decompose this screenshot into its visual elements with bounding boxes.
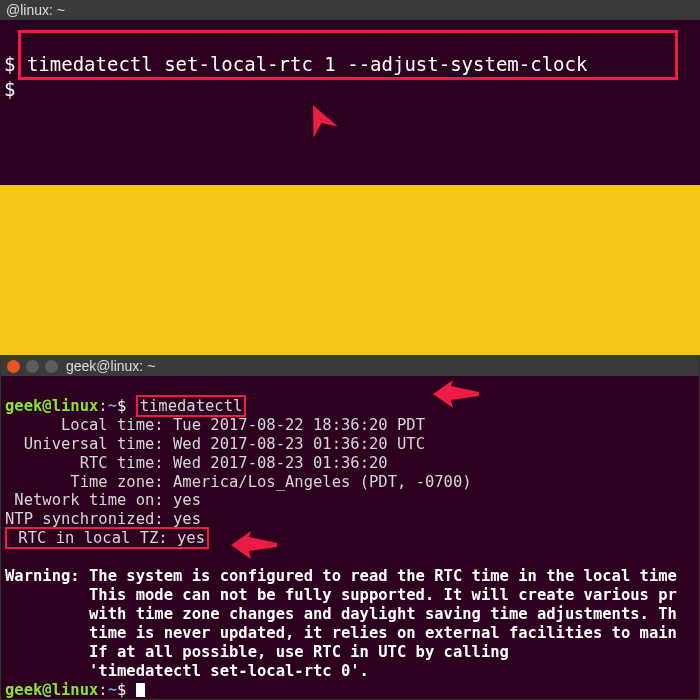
- rtc-time-label: RTC time:: [80, 454, 164, 472]
- bottom-titlebar: geek@linux: ~: [1, 356, 699, 376]
- bottom-title-text: geek@linux: ~: [66, 358, 155, 374]
- window-buttons: [7, 360, 58, 373]
- command-highlight: timedatectl: [136, 395, 247, 417]
- prompt-symbol: $: [4, 78, 15, 100]
- rtc-local-highlight: RTC in local TZ: yes: [5, 527, 209, 549]
- top-title-text: @linux: ~: [6, 2, 65, 18]
- close-icon[interactable]: [7, 360, 20, 373]
- warning-label: Warning:: [5, 567, 80, 585]
- warning-line: This mode can not be fully supported. It…: [89, 586, 677, 604]
- warning-line: with time zone changes and daylight savi…: [89, 605, 677, 623]
- time-zone-label: Time zone:: [70, 473, 163, 491]
- top-titlebar: @linux: ~: [0, 0, 700, 20]
- ntp-sync-value: yes: [173, 510, 201, 528]
- cursor-block: [136, 683, 145, 697]
- warning-line: The system is configured to read the RTC…: [89, 567, 677, 585]
- prompt-symbol: $: [117, 397, 126, 415]
- prompt-symbol: $: [4, 53, 15, 75]
- rtc-local-label: RTC in local TZ:: [18, 529, 167, 547]
- maximize-icon[interactable]: [45, 360, 58, 373]
- warning-line: 'timedatectl set-local-rtc 0'.: [89, 662, 369, 680]
- local-time-label: Local time:: [61, 416, 164, 434]
- warning-line: If at all possible, use RTC in UTC by ca…: [89, 643, 509, 661]
- prompt-user: geek@linux: [5, 681, 98, 699]
- network-time-label: Network time on:: [14, 491, 163, 509]
- ntp-sync-label: NTP synchronized:: [5, 510, 164, 528]
- bottom-terminal: geek@linux: ~ geek@linux:~$ timedatectl …: [0, 355, 700, 700]
- prompt-symbol: $: [117, 681, 126, 699]
- rtc-time-value: Wed 2017-08-23 01:36:20: [173, 454, 388, 472]
- top-command: timedatectl set-local-rtc 1 --adjust-sys…: [27, 53, 588, 75]
- warning-line: time is never updated, it relies on exte…: [89, 624, 677, 642]
- rtc-local-value: yes: [177, 529, 205, 547]
- universal-time-label: Universal time:: [24, 435, 164, 453]
- prompt-user: geek@linux: [5, 397, 98, 415]
- bottom-command: timedatectl: [140, 397, 243, 415]
- top-terminal-body[interactable]: $ timedatectl set-local-rtc 1 --adjust-s…: [0, 20, 700, 131]
- network-time-value: yes: [173, 491, 201, 509]
- local-time-value: Tue 2017-08-22 18:36:20 PDT: [173, 416, 425, 434]
- prompt-path: ~: [108, 397, 117, 415]
- time-zone-value: America/Los_Angeles (PDT, -0700): [173, 473, 472, 491]
- prompt-path: ~: [108, 681, 117, 699]
- bottom-terminal-body[interactable]: geek@linux:~$ timedatectl Local time: Tu…: [1, 376, 699, 700]
- top-terminal: @linux: ~ $ timedatectl set-local-rtc 1 …: [0, 0, 700, 185]
- universal-time-value: Wed 2017-08-23 01:36:20 UTC: [173, 435, 425, 453]
- minimize-icon[interactable]: [26, 360, 39, 373]
